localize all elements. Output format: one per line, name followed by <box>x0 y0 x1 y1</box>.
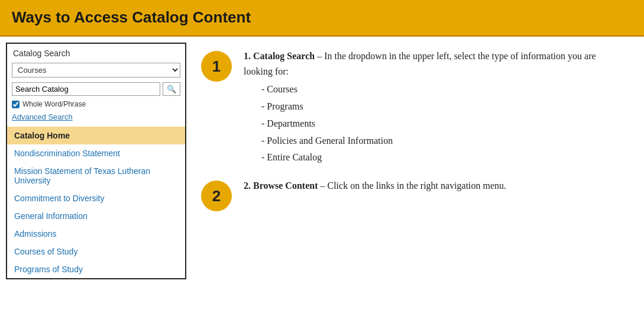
sidebar-item-label: Courses of Study <box>7 243 185 260</box>
sidebar-item-mission-statement[interactable]: Mission Statement of Texas Lutheran Univ… <box>7 162 185 189</box>
sidebar-item-label: Commitment to Diversity <box>7 189 185 207</box>
content-text-2: 2. Browse Content – Click on the links i… <box>244 178 626 194</box>
sidebar-item-catalog-home[interactable]: Catalog Home <box>7 127 185 144</box>
sidebar: Catalog Search Courses Programs Departme… <box>6 43 186 279</box>
sidebar-item-programs-of-study[interactable]: Programs of Study <box>7 260 185 278</box>
sidebar-item-nondiscrimination[interactable]: Nondiscrimination Statement <box>7 144 185 162</box>
list-item: Entire Catalog <box>261 149 626 166</box>
section2-intro: – Click on the links in the right naviga… <box>318 181 506 191</box>
search-type-dropdown[interactable]: Courses Programs Departments Policies an… <box>12 63 180 78</box>
sidebar-item-label: Mission Statement of Texas Lutheran Univ… <box>7 162 185 189</box>
main-layout: Catalog Search Courses Programs Departme… <box>0 37 644 285</box>
section1-title: 1. Catalog Search <box>244 51 315 61</box>
badge-1: 1 <box>201 51 232 82</box>
page-header: Ways to Access Catalog Content <box>0 0 644 37</box>
sidebar-item-commitment-diversity[interactable]: Commitment to Diversity <box>7 189 185 207</box>
sidebar-dropdown-row: Courses Programs Departments Policies an… <box>7 60 185 80</box>
sidebar-item-label: Catalog Home <box>7 127 185 144</box>
search-input[interactable] <box>12 82 160 96</box>
content-area: 1 1. Catalog Search – In the dropdown in… <box>195 37 644 285</box>
list-item: Programs <box>261 98 626 115</box>
page-title: Ways to Access Catalog Content <box>12 8 632 27</box>
whole-word-checkbox[interactable] <box>12 101 20 108</box>
section1-list: Courses Programs Departments Policies an… <box>261 81 626 166</box>
content-section-1: 1 1. Catalog Search – In the dropdown in… <box>201 49 626 166</box>
list-item: Policies and General Information <box>261 133 626 150</box>
section2-title: 2. Browse Content <box>244 181 318 191</box>
search-icon: 🔍 <box>167 85 176 94</box>
sidebar-item-label: Admissions <box>7 225 185 243</box>
content-section-2: 2 2. Browse Content – Click on the links… <box>201 178 626 211</box>
catalog-search-label: Catalog Search <box>7 44 185 60</box>
advanced-search-link[interactable]: Advanced Search <box>12 112 73 121</box>
sidebar-search-row: 🔍 <box>7 80 185 98</box>
whole-word-label: Whole Word/Phrase <box>22 100 86 108</box>
search-button[interactable]: 🔍 <box>163 82 180 96</box>
sidebar-checkbox-row: Whole Word/Phrase <box>7 98 185 111</box>
page-wrapper: Ways to Access Catalog Content Catalog S… <box>0 0 644 285</box>
badge-2: 2 <box>201 181 232 211</box>
sidebar-nav: Catalog Home Nondiscrimination Statement… <box>7 127 185 278</box>
sidebar-item-label: Nondiscrimination Statement <box>7 144 185 162</box>
content-text-1: 1. Catalog Search – In the dropdown in t… <box>244 49 626 166</box>
list-item: Departments <box>261 115 626 133</box>
sidebar-item-label: General Information <box>7 207 185 225</box>
sidebar-item-general-info[interactable]: General Information <box>7 207 185 225</box>
sidebar-item-courses-of-study[interactable]: Courses of Study <box>7 243 185 260</box>
sidebar-item-label: Programs of Study <box>7 260 185 278</box>
sidebar-advanced-search: Advanced Search <box>7 111 185 127</box>
sidebar-item-admissions[interactable]: Admissions <box>7 225 185 243</box>
list-item: Courses <box>261 81 626 98</box>
